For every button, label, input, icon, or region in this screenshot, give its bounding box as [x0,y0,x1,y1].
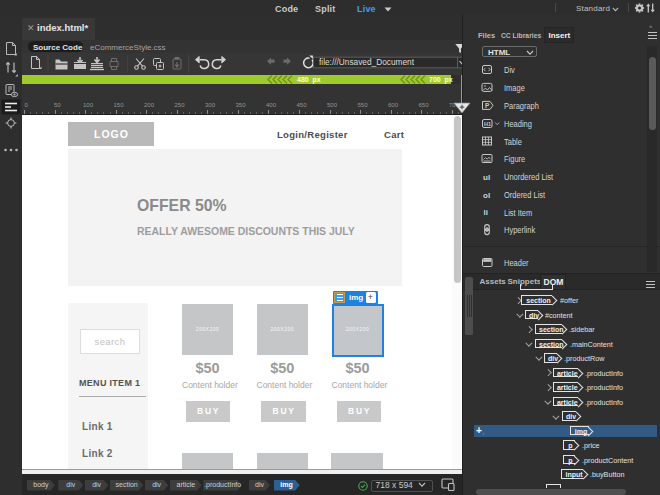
svg-text:li: li [484,208,488,217]
svg-text:200: 200 [144,102,155,108]
svg-text:0: 0 [25,102,29,108]
svg-text:250: 250 [175,102,186,108]
svg-text:700 px: 700 px [429,76,453,84]
svg-text:350: 350 [236,102,247,108]
svg-text:P: P [485,102,490,109]
svg-text:100: 100 [83,102,94,108]
svg-text:50: 50 [54,102,61,108]
svg-text:150: 150 [114,102,125,108]
svg-text:450: 450 [297,102,308,108]
svg-text:480 px: 480 px [297,76,321,84]
svg-text:file:///Unsaved_Document: file:///Unsaved_Document [319,57,415,67]
svg-text:300: 300 [205,102,216,108]
svg-text:H1: H1 [484,121,491,127]
svg-text:650: 650 [419,102,430,108]
svg-text:500: 500 [327,102,338,108]
svg-text:600: 600 [388,102,399,108]
svg-text:ul: ul [483,173,490,182]
svg-text:ol: ol [483,191,490,200]
svg-text:400: 400 [266,102,277,108]
svg-text:550: 550 [358,102,369,108]
